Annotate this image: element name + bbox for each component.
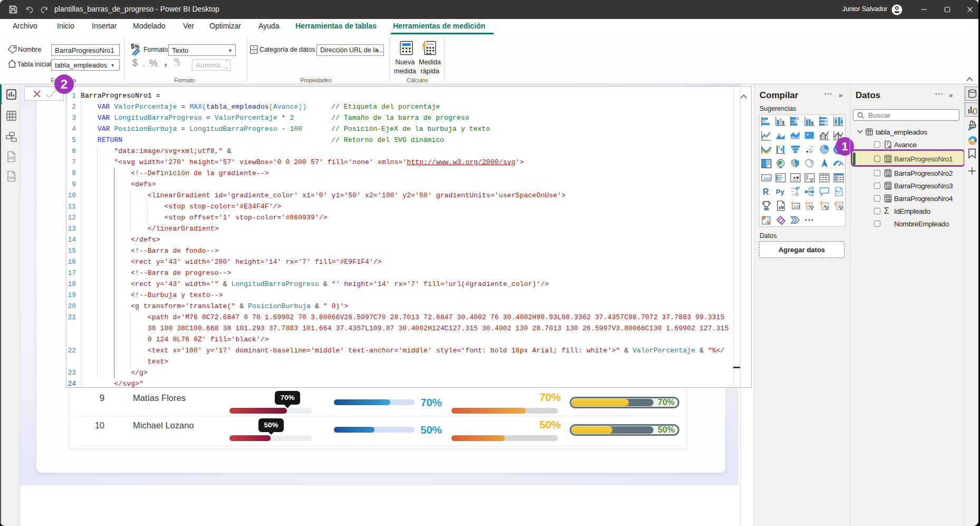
svg-text:Py: Py (776, 188, 785, 196)
svg-text:DAX: DAX (8, 156, 15, 160)
svg-text:123: 123 (794, 205, 800, 208)
svg-text:R: R (763, 187, 769, 196)
svg-text:123: 123 (763, 176, 771, 181)
svg-text:TMDL: TMDL (7, 176, 16, 179)
